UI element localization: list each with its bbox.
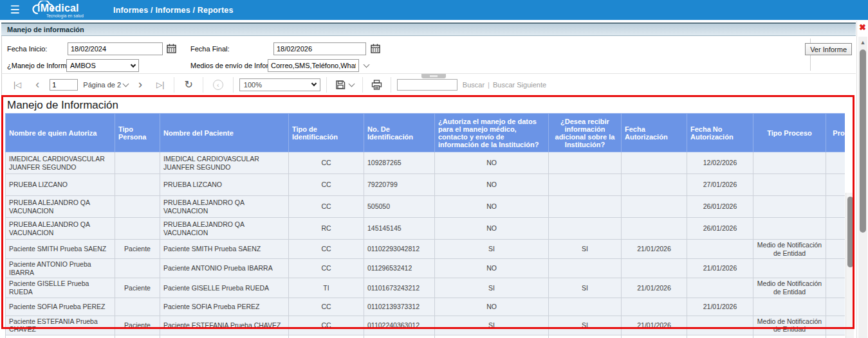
zoom-level-select[interactable]: 100% <box>239 78 320 91</box>
close-icon[interactable]: ✖ <box>859 23 866 31</box>
table-row: PRUEBA ALEJANDRO QA VACUNACIONPRUEBA ALE… <box>6 196 845 218</box>
table-cell: SI <box>549 240 622 259</box>
table-row: Paciente ESTEFANIA Prueba CHAVEZPaciente… <box>6 316 845 335</box>
breadcrumb[interactable]: Informes / Informes / Reportes <box>113 6 234 15</box>
buscar-siguiente-button[interactable]: Buscar Siguiente <box>493 81 546 89</box>
table-cell: 01102293042812 <box>364 240 435 259</box>
fecha-inicio-label: Fecha Inicio: <box>7 45 47 53</box>
toolbar-separator <box>203 77 203 93</box>
column-header: ¿Autoriza el manejo de datos para el man… <box>435 114 549 152</box>
table-cell: NO <box>435 259 549 278</box>
table-cell: 01101673243212 <box>364 278 435 298</box>
buscar-separator: | <box>488 81 490 89</box>
table-cell <box>115 174 160 196</box>
table-cell <box>826 259 845 278</box>
table-cell <box>753 335 826 338</box>
splitter-handle[interactable] <box>421 74 446 78</box>
manejo-informacion-select[interactable]: AMBOS <box>66 59 139 72</box>
table-cell <box>549 152 622 174</box>
table-cell: NO <box>435 298 549 316</box>
table-cell: NO <box>435 152 549 174</box>
table-cell <box>826 240 845 259</box>
last-page-icon[interactable]: ▷| <box>152 80 168 89</box>
table-cell: TI <box>289 278 364 298</box>
refresh-icon[interactable]: ↻ <box>180 78 196 91</box>
table-cell <box>115 152 160 174</box>
page-scrollbar-thumb[interactable] <box>860 49 866 233</box>
right-edge-column: ✖ ▲ <box>856 21 868 338</box>
table-cell: Paciente SMITH Prueba SAENZ <box>6 240 115 259</box>
table-cell: Paciente ANTONIO Prueba IBARRA <box>6 259 115 278</box>
table-cell <box>115 335 160 338</box>
page-vertical-scrollbar[interactable]: ▲ <box>858 37 867 338</box>
medios-envio-input[interactable] <box>268 59 359 72</box>
table-cell: Paciente <box>115 240 160 259</box>
first-page-icon[interactable]: |◁ <box>10 80 25 89</box>
ver-informe-button[interactable]: Ver Informe <box>805 43 852 55</box>
table-cell: 21/01/2026 <box>622 278 687 298</box>
toolbar-separator <box>233 77 234 93</box>
fecha-final-label: Fecha Final: <box>190 45 230 53</box>
manejo-informacion-value: AMBOS <box>70 62 131 69</box>
hamburger-menu-icon[interactable]: ☰ <box>0 3 30 17</box>
filters-section: Fecha Inicio: Fecha Final: ¿Manejo de In… <box>1 36 856 73</box>
table-cell: 27/01/2026 <box>687 174 753 196</box>
save-export-button[interactable] <box>333 80 356 90</box>
table-cell: Medio de Notificación de Entidad <box>753 240 826 259</box>
chevron-down-icon[interactable] <box>364 62 370 68</box>
column-header: Nombre de quien Autoriza <box>6 114 115 152</box>
table-cell: RC <box>289 218 364 240</box>
table-scrollbar-thumb[interactable] <box>847 197 853 267</box>
table-cell: NO <box>435 174 549 196</box>
table-cell <box>753 196 826 218</box>
fecha-inicio-input[interactable] <box>68 42 163 55</box>
table-cell: SI <box>435 316 549 335</box>
table-cell <box>549 218 622 240</box>
calendar-icon[interactable] <box>371 44 381 54</box>
print-icon <box>371 80 382 90</box>
table-cell <box>115 196 160 218</box>
table-cell <box>753 259 826 278</box>
chevron-down-icon[interactable] <box>123 80 129 87</box>
search-input[interactable] <box>397 79 457 91</box>
back-to-parent-report-icon[interactable]: ‹ <box>213 80 223 90</box>
fecha-final-input[interactable] <box>273 42 366 55</box>
table-cell: 26/01/2026 <box>687 196 753 218</box>
previous-page-icon[interactable]: ‹ <box>32 78 43 91</box>
column-header: Nombre del Paciente <box>160 114 289 152</box>
table-cell: 21/01/2026 <box>687 298 753 316</box>
table-cell: PRUEBA ALEJANDRO QA VACUNACION <box>6 196 115 218</box>
table-cell: SI <box>549 278 622 298</box>
table-cell <box>687 278 753 298</box>
table-cell: CC <box>289 316 364 335</box>
toolbar-separator <box>326 77 327 93</box>
report-table-container: Nombre de quien AutorizaTipo PersonaNomb… <box>5 113 845 338</box>
chevron-down-icon <box>311 81 317 86</box>
table-cell <box>549 174 622 196</box>
table-cell: CC <box>289 152 364 174</box>
table-cell: CC <box>289 174 364 196</box>
column-header: No. De Identificación <box>364 114 435 152</box>
buscar-button[interactable]: Buscar <box>463 81 485 89</box>
table-vertical-scrollbar[interactable] <box>845 193 854 338</box>
table-cell <box>289 335 364 338</box>
table-cell: 12/02/2026 <box>687 152 753 174</box>
next-page-icon[interactable]: › <box>134 78 146 91</box>
table-cell: Medio de Notificación de Entidad <box>753 316 826 335</box>
table-cell: 505050 <box>364 196 435 218</box>
print-button[interactable] <box>369 80 385 90</box>
calendar-icon[interactable] <box>167 44 177 54</box>
table-cell: SI <box>435 240 549 259</box>
table-cell <box>622 174 687 196</box>
table-cell: CC <box>289 259 364 278</box>
page-number-input[interactable] <box>50 79 78 91</box>
chevron-down-icon <box>348 80 355 87</box>
scroll-up-arrow-icon[interactable]: ▲ <box>860 39 866 46</box>
table-cell <box>622 196 687 218</box>
table-cell: PRUEBA LIZCANO <box>160 174 289 196</box>
table-row-partial <box>6 335 845 338</box>
table-cell: SI <box>435 278 549 298</box>
report-viewer: Manejo de Información Nombre de quien Au… <box>1 95 856 338</box>
table-cell: CC <box>289 196 364 218</box>
table-cell: Paciente <box>115 316 160 335</box>
